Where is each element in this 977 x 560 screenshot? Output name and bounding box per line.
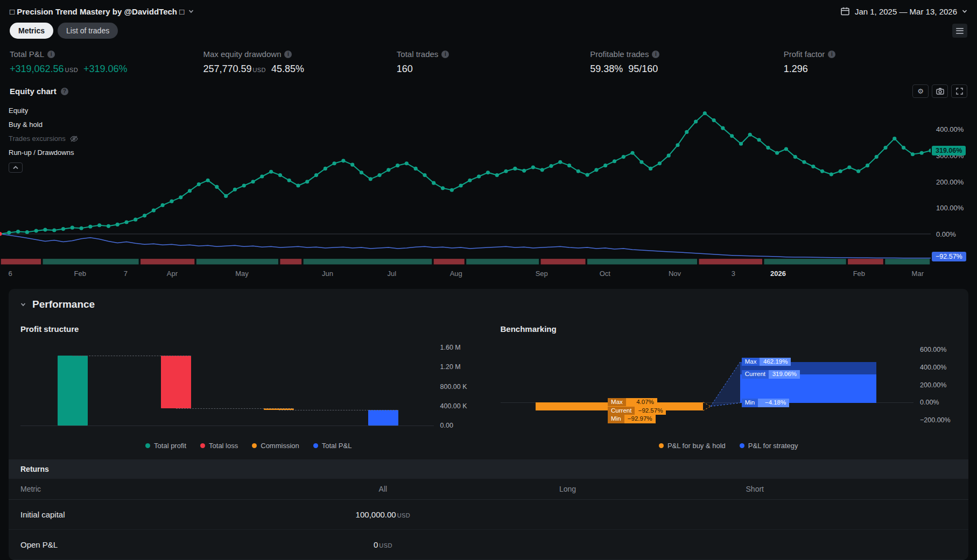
topbar: □ Precision Trend Mastery by @DaviddTech… — [0, 0, 977, 20]
chevron-down-icon — [20, 302, 26, 307]
date-range-picker[interactable]: Jan 1, 2025 — Mar 13, 2026 — [840, 6, 967, 16]
equity-chart-plot: Equity Buy & hold Trades excursions Run-… — [0, 103, 931, 266]
profit-bar-total-loss — [161, 356, 191, 408]
profit-connector — [176, 408, 294, 409]
equity-curve-svg — [0, 103, 931, 266]
profit-structure-legend: Total profit Total loss Commission Total… — [20, 442, 477, 450]
profit-y-axis-label: 800.00 K — [440, 383, 467, 391]
info-icon[interactable]: i — [284, 51, 292, 58]
metric-label: Total trades — [397, 49, 439, 59]
column-long: Long — [474, 485, 662, 493]
legend-dot — [313, 443, 318, 448]
camera-icon — [936, 88, 944, 95]
strategy-selector[interactable]: □ Precision Trend Mastery by @DaviddTech… — [10, 7, 194, 16]
row-metric-name: Initial capital — [9, 510, 292, 519]
legend-dot — [200, 443, 205, 448]
equity-x-axis[interactable]: 6Feb7AprMayJunJulAugSepOctNov32026FebMar — [0, 266, 931, 280]
metric-profitable-trades: Profitable tradesi 59.38%95/160 — [590, 49, 783, 75]
profit-structure-y-axis: 1.60 M1.20 M800.00 K400.00 K0.00 — [434, 341, 477, 435]
tabs-row: Metrics List of trades — [0, 20, 977, 41]
buyhold-current-value-badge: −92.57% — [932, 252, 966, 261]
info-icon[interactable]: i — [828, 51, 835, 58]
legend-dot — [252, 443, 257, 448]
layout-settings-button[interactable] — [952, 24, 967, 38]
info-icon[interactable]: i — [47, 51, 55, 58]
profit-y-axis-label: 1.60 M — [440, 344, 461, 351]
chevron-down-icon — [188, 9, 194, 14]
equity-x-axis-label: Feb — [853, 270, 865, 278]
info-icon[interactable]: i — [652, 51, 659, 58]
metric-label: Profitable trades — [590, 49, 649, 59]
calendar-icon — [840, 6, 850, 16]
metric-label: Max equity drawdown — [203, 49, 281, 59]
legend-commission[interactable]: Commission — [252, 442, 299, 450]
row-value-all: 0USD — [292, 540, 474, 549]
legend-equity[interactable]: Equity — [9, 107, 78, 115]
buyhold-current-label: Current−92.57% — [608, 407, 666, 415]
maximize-button[interactable] — [951, 84, 967, 98]
legend-buy-and-hold[interactable]: Buy & hold — [9, 120, 78, 129]
metric-profit-factor: Profit factori 1.296 — [784, 49, 977, 75]
tab-metrics[interactable]: Metrics — [10, 23, 53, 39]
legend-pnl-strategy[interactable]: P&L for strategy — [740, 442, 798, 450]
info-icon[interactable]: i — [441, 51, 449, 58]
strategy-min-label: Min−4.18% — [742, 399, 790, 407]
legend-total-loss[interactable]: Total loss — [200, 442, 238, 450]
profit-y-axis-label: 400.00 K — [440, 402, 467, 410]
buyhold-min-label: Min−92.97% — [608, 415, 656, 423]
equity-x-axis-label: 2026 — [770, 270, 786, 278]
performance-section-toggle[interactable]: Performance — [9, 289, 968, 316]
legend-trades-excursions[interactable]: Trades excursions — [9, 134, 78, 143]
benchmarking-y-axis: 600.00%400.00%200.00%0.00%−200.00% — [913, 341, 957, 435]
equity-x-axis-label: 3 — [732, 270, 735, 278]
metric-value: 160 — [397, 63, 413, 75]
profit-structure-title: Profit structure — [20, 324, 477, 334]
returns-section-header: Returns — [9, 459, 968, 479]
metric-secondary: 95/160 — [628, 63, 658, 75]
metric-value: 1.296 — [784, 63, 808, 75]
metrics-row: Total P&Li +319,062.56USD+319.06% Max eq… — [0, 41, 977, 82]
chart-settings-button[interactable]: ⚙ — [912, 84, 929, 98]
legend-total-pnl[interactable]: Total P&L — [313, 442, 352, 450]
legend-runup-drawdowns[interactable]: Run-up / Drawdowns — [9, 148, 78, 157]
benchmark-y-axis-label: 400.00% — [920, 364, 946, 371]
benchmark-y-axis-label: 0.00% — [920, 399, 939, 406]
benchmark-y-axis-label: −200.00% — [920, 416, 951, 424]
performance-card: Performance Profit structure 1.60 M1.20 … — [9, 289, 968, 560]
help-icon[interactable]: ? — [61, 88, 68, 95]
metric-value: +319,062.56USD — [10, 63, 78, 75]
tab-list-of-trades[interactable]: List of trades — [58, 23, 118, 39]
legend-pnl-buy-hold[interactable]: P&L for buy & hold — [659, 442, 726, 450]
equity-x-axis-label: Mar — [912, 270, 924, 278]
buyhold-max-label: Max4.07% — [608, 398, 657, 407]
metric-secondary: 45.85% — [271, 63, 304, 75]
benchmark-y-axis-label: 600.00% — [920, 346, 946, 353]
table-row-open-pnl: Open P&L 0USD — [9, 530, 968, 560]
profit-bar-total-profit — [58, 356, 88, 426]
table-row-initial-capital: Initial capital 100,000.00USD — [9, 500, 968, 530]
metric-total-pnl: Total P&Li +319,062.56USD+319.06% — [10, 49, 203, 75]
equity-x-axis-label: Sep — [536, 270, 548, 278]
y-axis-label: 0.00% — [936, 230, 956, 238]
equity-x-axis-label: Jul — [388, 270, 397, 278]
benchmarking-panel: Benchmarking Max4.07% Current−92.57% Min… — [501, 320, 957, 459]
equity-x-axis-label: Oct — [600, 270, 610, 278]
y-axis-label: 100.00% — [936, 204, 964, 212]
equity-chart-title: Equity chart — [10, 87, 57, 96]
benchmarking-title: Benchmarking — [501, 324, 957, 334]
benchmarking-chart: Max4.07% Current−92.57% Min−92.97% Max46… — [501, 341, 914, 435]
equity-x-axis-label: Feb — [74, 270, 86, 278]
returns-table-header: Metric All Long Short — [9, 479, 968, 500]
strategy-title: □ Precision Trend Mastery by @DaviddTech… — [10, 7, 184, 16]
equity-y-axis[interactable]: 400.00% 300.00% 200.00% 100.00% 0.00% 31… — [931, 103, 977, 266]
profit-connector — [279, 410, 398, 410]
gear-icon: ⚙ — [917, 87, 924, 95]
snapshot-button[interactable] — [932, 84, 948, 98]
strategy-current-label: Current319.06% — [742, 370, 800, 379]
legend-collapse-button[interactable] — [9, 162, 23, 173]
performance-charts: Profit structure 1.60 M1.20 M800.00 K400… — [9, 316, 968, 459]
legend-total-profit[interactable]: Total profit — [145, 442, 186, 450]
row-value-all: 100,000.00USD — [292, 510, 474, 519]
profit-y-axis-label: 1.20 M — [440, 363, 461, 371]
strategy-max-label: Max462.19% — [742, 358, 791, 366]
